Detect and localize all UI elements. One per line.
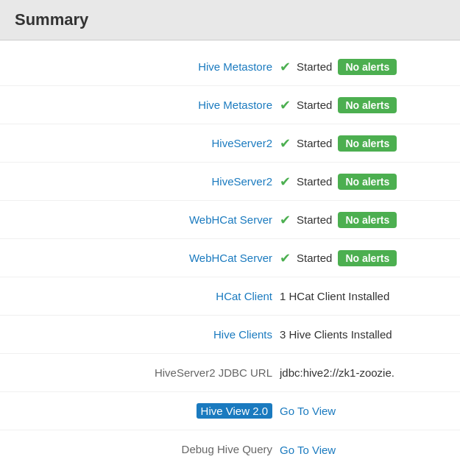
- no-alerts-badge: No alerts: [338, 135, 397, 152]
- status-check-icon: ✔: [280, 174, 291, 190]
- table-row: Hive View 2.0Go To View: [0, 392, 460, 430]
- table-row: HiveServer2✔StartedNo alerts: [0, 163, 460, 201]
- status-check-icon: ✔: [280, 250, 291, 266]
- table-row: HiveServer2✔StartedNo alerts: [0, 124, 460, 163]
- row-label-col: Hive Metastore: [15, 60, 280, 74]
- status-text-hiveserver2-jdbc-url: jdbc:hive2://zk1-zoozie.: [280, 366, 394, 379]
- plain-label-hiveserver2-jdbc-url: HiveServer2 JDBC URL: [155, 366, 272, 379]
- link-hiveserver2-2[interactable]: HiveServer2: [211, 175, 272, 188]
- table-row: Debug Hive QueryGo To View: [0, 430, 460, 469]
- status-check-icon: ✔: [280, 135, 291, 152]
- started-text-hive-metastore-2: Started: [297, 99, 332, 111]
- highlighted-label-hive-view-2: Hive View 2.0: [197, 403, 272, 419]
- started-text-webhcat-server-1: Started: [297, 213, 332, 226]
- header: Summary: [0, 0, 460, 40]
- link-hive-metastore-1[interactable]: Hive Metastore: [198, 60, 272, 73]
- row-label-col: Hive Clients: [15, 328, 280, 341]
- row-value-col: ✔StartedNo alerts: [280, 212, 397, 228]
- row-value-col: jdbc:hive2://zk1-zoozie.: [280, 366, 394, 379]
- table-row: Hive Metastore✔StartedNo alerts: [0, 86, 460, 124]
- row-value-col: ✔StartedNo alerts: [280, 135, 397, 152]
- page-container: Summary Hive Metastore✔StartedNo alertsH…: [0, 0, 460, 476]
- status-text-hcat-client: 1 HCat Client Installed: [280, 290, 389, 302]
- status-check-icon: ✔: [280, 97, 291, 113]
- row-value-col: Go To View: [280, 405, 336, 417]
- row-value-col: ✔StartedNo alerts: [280, 97, 397, 113]
- table-row: Hive Clients3 Hive Clients Installed: [0, 316, 460, 354]
- go-to-view-link-hive-view-2[interactable]: Go To View: [280, 405, 336, 417]
- status-check-icon: ✔: [280, 59, 291, 75]
- no-alerts-badge: No alerts: [338, 174, 397, 190]
- table-row: WebHCat Server✔StartedNo alerts: [0, 201, 460, 239]
- row-label-col: HiveServer2: [15, 175, 280, 188]
- status-check-icon: ✔: [280, 212, 291, 228]
- status-text-hive-clients: 3 Hive Clients Installed: [280, 328, 392, 341]
- row-label-col: WebHCat Server: [15, 213, 280, 227]
- link-hive-clients[interactable]: Hive Clients: [213, 328, 272, 341]
- link-webhcat-server-2[interactable]: WebHCat Server: [189, 252, 272, 264]
- page-title: Summary: [15, 10, 445, 29]
- row-label-col: HiveServer2: [15, 137, 280, 150]
- row-label-col: Debug Hive Query: [15, 443, 280, 456]
- row-label-col: HiveServer2 JDBC URL: [15, 366, 280, 380]
- row-value-col: 1 HCat Client Installed: [280, 290, 389, 302]
- row-label-col: Hive Metastore: [15, 99, 280, 112]
- go-to-view-link-debug-hive-query[interactable]: Go To View: [280, 444, 336, 456]
- no-alerts-badge: No alerts: [338, 250, 397, 266]
- table-row: Hive Metastore✔StartedNo alerts: [0, 48, 460, 86]
- row-value-col: ✔StartedNo alerts: [280, 250, 397, 266]
- started-text-hiveserver2-1: Started: [297, 137, 332, 149]
- started-text-hive-metastore-1: Started: [297, 60, 332, 73]
- table-row: HiveServer2 JDBC URLjdbc:hive2://zk1-zoo…: [0, 354, 460, 392]
- content: Hive Metastore✔StartedNo alertsHive Meta…: [0, 40, 460, 476]
- link-hiveserver2-1[interactable]: HiveServer2: [211, 137, 272, 149]
- no-alerts-badge: No alerts: [338, 212, 397, 228]
- no-alerts-badge: No alerts: [338, 59, 397, 75]
- link-webhcat-server-1[interactable]: WebHCat Server: [189, 213, 272, 226]
- started-text-webhcat-server-2: Started: [297, 252, 332, 264]
- started-text-hiveserver2-2: Started: [297, 175, 332, 188]
- table-row: HCat Client1 HCat Client Installed: [0, 277, 460, 316]
- row-value-col: 3 Hive Clients Installed: [280, 328, 392, 341]
- link-hcat-client[interactable]: HCat Client: [216, 290, 272, 302]
- table-row: WebHCat Server✔StartedNo alerts: [0, 239, 460, 277]
- row-value-col: Go To View: [280, 444, 336, 456]
- row-label-col: HCat Client: [15, 290, 280, 303]
- plain-label-debug-hive-query: Debug Hive Query: [182, 443, 272, 455]
- row-value-col: ✔StartedNo alerts: [280, 59, 397, 75]
- link-hive-metastore-2[interactable]: Hive Metastore: [198, 99, 272, 111]
- row-label-col: Hive View 2.0: [15, 405, 280, 418]
- no-alerts-badge: No alerts: [338, 97, 397, 113]
- row-label-col: WebHCat Server: [15, 252, 280, 265]
- row-value-col: ✔StartedNo alerts: [280, 174, 397, 190]
